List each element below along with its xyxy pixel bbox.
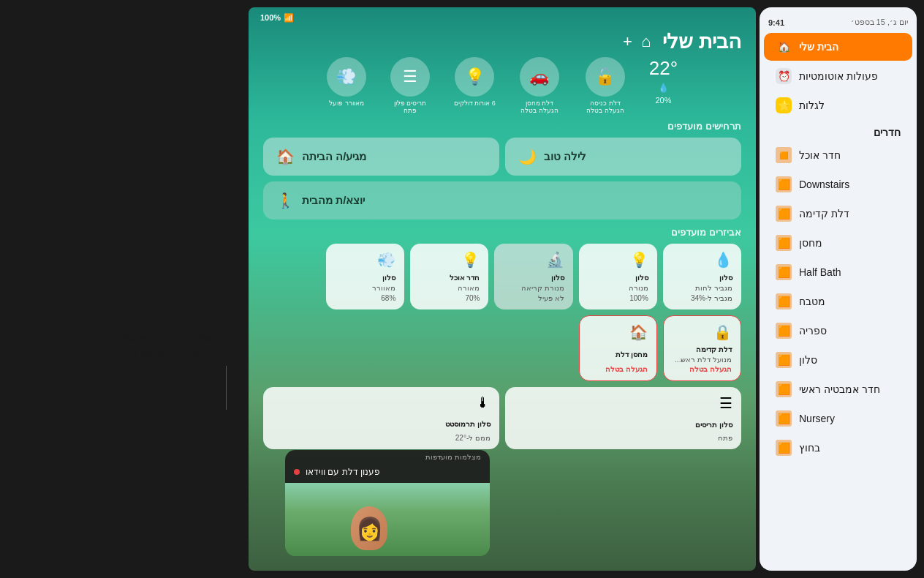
arrive-home-label: מגיע/ה הביתה — [302, 150, 366, 163]
sidebar-item-nursery[interactable]: Nursery 🟧 — [764, 405, 912, 432]
discover-label: לגלות — [799, 100, 825, 111]
sidebar-item-halfbath[interactable]: Half Bath 🟧 — [764, 258, 912, 286]
sidebar-item-frontdoor[interactable]: דלת קדימה 🟧 — [764, 200, 912, 228]
scene-item-blinds[interactable]: ☰ תריסים פלון פתח — [388, 57, 432, 114]
kitchen-icon: 🟧 — [776, 293, 792, 309]
sidebar-item-automations[interactable]: פעולות אוטומטיות ⏰ — [764, 62, 912, 90]
dining-pct: 70% — [419, 294, 480, 302]
temp-icon: 💧 — [658, 83, 669, 93]
devices-section: אביזרים מועדפים 💧 סלון מגביר לחות מגביר … — [263, 227, 741, 449]
storage-room-icon: 🟧 — [776, 235, 792, 251]
garage-icon: 🚗 — [520, 57, 559, 97]
add-button[interactable]: + — [623, 32, 632, 51]
blinds-label: תריסים פלון פתח — [388, 100, 432, 114]
shortcut-arrive-home[interactable]: מגיע/ה הביתה 🏠 — [263, 138, 499, 176]
device-salon-humidifier[interactable]: 💧 סלון מגביר לחות מגביר ל-34% — [663, 244, 741, 309]
left-annotation-line2: והחזק/י כדי לשלוט בו. — [22, 346, 227, 363]
temp-value: 22° — [649, 57, 678, 80]
myhome-icon: 🏠 — [776, 39, 792, 55]
wifi-icon: 📶 — [284, 13, 294, 23]
front-door-alert: הגעלה בטלה — [673, 365, 732, 373]
thermostat-status: ממם ל-22° — [272, 434, 491, 442]
lamp-name: סלון — [588, 274, 648, 282]
shortcuts-row-1: מגיע/ה הביתה 🏠 לילה טוב 🌙 — [263, 138, 741, 176]
door-label: דלת כניסה הגעלה בטלה — [583, 100, 627, 114]
reader-active: לא פעיל — [503, 294, 564, 302]
device-salon-fan[interactable]: 💨 סלון מאוורר 68% — [326, 244, 404, 309]
humidifier-icon: 💧 — [672, 251, 732, 269]
outside-label: בחוץ — [799, 442, 820, 454]
lamp-icon: 💡 — [588, 251, 648, 269]
sidebar-item-storage[interactable]: מחסן 🟧 — [764, 229, 912, 257]
device-front-door[interactable]: 🔒 דלת קדימה מנועל דלת ראש... הגעלה בטלה — [663, 315, 741, 381]
sidebar-time: 9:41 — [768, 18, 784, 27]
doorbell-recording-dot — [294, 469, 300, 475]
scene-item-fan[interactable]: 💨 מאוורר פועל — [327, 57, 366, 114]
salon-fan-icon: 💨 — [335, 251, 395, 269]
doorbell-widget[interactable]: מצלמות מועדפות פענון דלת עם ווידאו 👩 — [285, 450, 490, 556]
blinds-device-name: סלון תריסים — [514, 421, 732, 429]
sidebar-item-kitchen[interactable]: מטבח 🟧 — [764, 288, 912, 315]
storage-room-label: מחסן — [799, 237, 822, 249]
humidifier-name: סלון — [672, 274, 732, 282]
device-salon-thermostat[interactable]: 🌡 סלון תרמוסטט ממם ל-22° — [263, 387, 499, 449]
scene-item-door[interactable]: 🔓 דלת כניסה הגעלה בטלה — [583, 57, 627, 114]
left-panel: הקש/י על אביזר או גע/י והחזק/י כדי לשלוט… — [7, 7, 241, 571]
front-door-name: דלת קדימה — [673, 345, 732, 353]
salon-icon: 🟧 — [776, 352, 792, 368]
dining-status: מאורה — [419, 284, 480, 292]
salon-fan-status: מאוורר — [335, 284, 395, 292]
device-dining-light[interactable]: 💡 חדר אוכל מאורה 70% — [410, 244, 488, 309]
sidebar-item-main-bathroom[interactable]: חדר אמבטיה ראשי 🟧 — [764, 375, 912, 403]
frontdoor-room-label: דלת קדימה — [799, 208, 849, 219]
arrive-home-icon: 🏠 — [276, 148, 295, 165]
shortcut-goodnight[interactable]: לילה טוב 🌙 — [505, 138, 741, 176]
goodnight-icon: 🌙 — [518, 148, 537, 165]
home-icon-button[interactable]: ⌂ — [641, 32, 651, 51]
device-storage-door[interactable]: 🏠 מחסן דלת הגעלה בטלה — [579, 315, 657, 381]
dining-room-icon: 🟧 — [776, 147, 792, 163]
sidebar-item-dining[interactable]: חדר אוכל 🟧 — [764, 141, 912, 169]
sidebar-item-downstairs[interactable]: Downstairs 🟧 — [764, 170, 912, 198]
sidebar-status: יום ג׳, 15 בספט׳ 9:41 — [760, 16, 917, 33]
blinds-icon: ☰ — [390, 57, 430, 97]
scene-item-garage[interactable]: 🚗 דלת מחסן הגעלה בטלה — [518, 57, 561, 114]
discover-icon: ⭐ — [776, 97, 792, 113]
doorbell-title: פענון דלת עם ווידאו — [306, 467, 380, 477]
page-title: הבית שלי — [662, 29, 741, 53]
devices-row2: ☰ סלון תריסים פתח 🌡 סלון תרמוסטט ממם ל-2… — [263, 387, 741, 449]
sidebar-item-outside[interactable]: בחוץ 🟧 — [764, 434, 912, 462]
scene-item-lights[interactable]: 💡 6 אורות דולקים — [454, 57, 496, 114]
library-label: ספריה — [799, 325, 827, 337]
downstairs-label: Downstairs — [799, 179, 849, 190]
lamp-pct: 100% — [588, 294, 648, 302]
fan-label: מאוורר פועל — [329, 100, 364, 107]
sidebar-item-myhome[interactable]: הבית שלי 🏠 — [764, 33, 912, 61]
storage-name: מחסן דלת — [588, 350, 648, 359]
downstairs-icon: 🟧 — [776, 176, 792, 192]
left-annotation-line1: הקש/י על אביזר או גע/י — [22, 330, 227, 347]
dining-icon: 💡 — [419, 251, 480, 269]
devices-title: אביזרים מועדפים — [263, 227, 741, 238]
sidebar-item-salon[interactable]: סלון 🟧 — [764, 346, 912, 374]
automations-icon: ⏰ — [776, 68, 792, 84]
main-content: 100% 📶 + ⌂ הבית שלי 💨 מאוורר פועל ☰ תריס… — [249, 7, 756, 571]
header-icons: + ⌂ — [623, 32, 651, 51]
home-header: + ⌂ הבית שלי — [263, 29, 741, 53]
sidebar-item-discover[interactable]: לגלות ⭐ — [764, 91, 912, 119]
rooms-section-title: חדרים — [760, 121, 917, 141]
library-icon: 🟧 — [776, 323, 792, 339]
device-salon-reader[interactable]: 🔬 סלון מנורת קריאה לא פעיל — [494, 244, 572, 309]
device-salon-lamp[interactable]: 💡 סלון מנורה 100% — [579, 244, 657, 309]
shortcut-leaving[interactable]: יוצא/ת מהבית 🚶 — [263, 181, 741, 219]
doorbell-section-label: מצלמות מועדפות — [285, 450, 490, 461]
nursery-label: Nursery — [799, 413, 835, 424]
sidebar: יום ג׳, 15 בספט׳ 9:41 הבית שלי 🏠 פעולות … — [760, 7, 917, 571]
goodnight-label: לילה טוב — [544, 150, 586, 163]
lights-label: 6 אורות דולקים — [454, 100, 496, 107]
main-bathroom-label: חדר אמבטיה ראשי — [799, 383, 880, 395]
device-salon-blinds[interactable]: ☰ סלון תריסים פתח — [505, 387, 741, 449]
leaving-label: יוצא/ת מהבית — [302, 194, 365, 207]
sidebar-item-library[interactable]: ספריה 🟧 — [764, 317, 912, 345]
kitchen-label: מטבח — [799, 296, 825, 307]
